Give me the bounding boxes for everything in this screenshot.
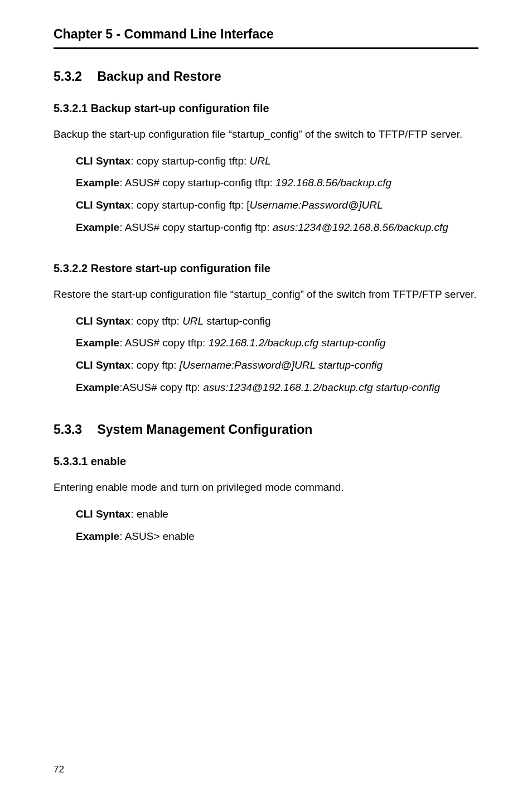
cli-text: : enable xyxy=(130,508,168,520)
cli-syntax-line: CLI Syntax: copy tftp: URL startup-confi… xyxy=(76,314,478,328)
cli-label: CLI Syntax xyxy=(76,508,130,520)
cli-text: : ASUS# copy tftp: xyxy=(119,337,208,349)
cli-syntax-line: CLI Syntax: copy startup-config ftp: [Us… xyxy=(76,198,478,212)
section-5-3-2-2-heading: 5.3.2.2 Restore start-up configuration f… xyxy=(54,262,478,275)
example-line: Example: ASUS# copy tftp: 192.168.1.2/ba… xyxy=(76,336,478,350)
body-text: Restore the start-up configuration file … xyxy=(54,287,478,302)
cli-text: : ASUS# copy startup-config tftp: xyxy=(119,177,275,189)
section-number: 5.3.3 xyxy=(54,422,94,437)
cli-text: : copy ftp: xyxy=(130,359,180,371)
cli-syntax-line: CLI Syntax: copy ftp: [Username:Password… xyxy=(76,358,478,373)
cli-label: CLI Syntax xyxy=(76,199,130,211)
cli-label: CLI Syntax xyxy=(76,155,130,167)
section-5-3-2-1-heading: 5.3.2.1 Backup start-up configuration fi… xyxy=(54,102,478,115)
cli-text: : ASUS# copy startup-config ftp: xyxy=(119,221,273,233)
cli-text: :ASUS# copy ftp: xyxy=(119,381,203,393)
cli-text: : copy startup-config tftp: xyxy=(130,155,249,167)
cli-label: Example xyxy=(76,337,119,349)
section-title: Backup and Restore xyxy=(97,69,221,84)
section-5-3-3-1-heading: 5.3.3.1 enable xyxy=(54,455,478,468)
example-line: Example: ASUS# copy startup-config ftp: … xyxy=(76,220,478,235)
cli-block: CLI Syntax: copy startup-config tftp: UR… xyxy=(54,154,478,235)
cli-text-after: startup-config xyxy=(204,315,270,327)
section-number: 5.3.2 xyxy=(54,69,94,84)
cli-label: Example xyxy=(76,530,119,542)
section-5-3-3-heading: 5.3.3 System Management Configuration xyxy=(54,422,478,437)
example-line: Example:ASUS# copy ftp: asus:1234@192.16… xyxy=(76,380,478,395)
cli-text: : copy startup-config ftp: [ xyxy=(130,199,249,211)
cli-param: 192.168.8.56/backup.cfg xyxy=(275,177,391,189)
cli-label: CLI Syntax xyxy=(76,315,130,327)
cli-param: 192.168.1.2/backup.cfg startup-config xyxy=(209,337,386,349)
chapter-title: Chapter 5 - Command Line Interface xyxy=(54,27,478,42)
body-text: Entering enable mode and turn on privile… xyxy=(54,480,478,495)
cli-param: URL xyxy=(250,155,271,167)
page-number: 72 xyxy=(54,764,64,775)
cli-label: Example xyxy=(76,381,119,393)
cli-text: : copy tftp: xyxy=(130,315,182,327)
cli-syntax-line: CLI Syntax: copy startup-config tftp: UR… xyxy=(76,154,478,168)
cli-syntax-line: CLI Syntax: enable xyxy=(76,507,478,521)
cli-block: CLI Syntax: enable Example: ASUS> enable xyxy=(54,507,478,543)
cli-label: Example xyxy=(76,221,119,233)
cli-param: Username:Password@]URL xyxy=(250,199,383,211)
cli-param: URL xyxy=(182,315,204,327)
cli-param: asus:1234@192.168.1.2/backup.cfg startup… xyxy=(203,381,440,393)
example-line: Example: ASUS> enable xyxy=(76,529,478,544)
section-title: System Management Configuration xyxy=(97,422,312,437)
cli-param: asus:1234@192.168.8.56/backup.cfg xyxy=(273,221,448,233)
cli-text: : ASUS> enable xyxy=(119,530,195,542)
section-5-3-2-heading: 5.3.2 Backup and Restore xyxy=(54,69,478,84)
divider xyxy=(54,47,478,49)
example-line: Example: ASUS# copy startup-config tftp:… xyxy=(76,176,478,190)
body-text: Backup the start-up configuration file “… xyxy=(54,127,478,142)
cli-label: Example xyxy=(76,177,119,189)
cli-block: CLI Syntax: copy tftp: URL startup-confi… xyxy=(54,314,478,395)
cli-param: [Username:Password@]URL startup-config xyxy=(180,359,383,371)
cli-label: CLI Syntax xyxy=(76,359,130,371)
